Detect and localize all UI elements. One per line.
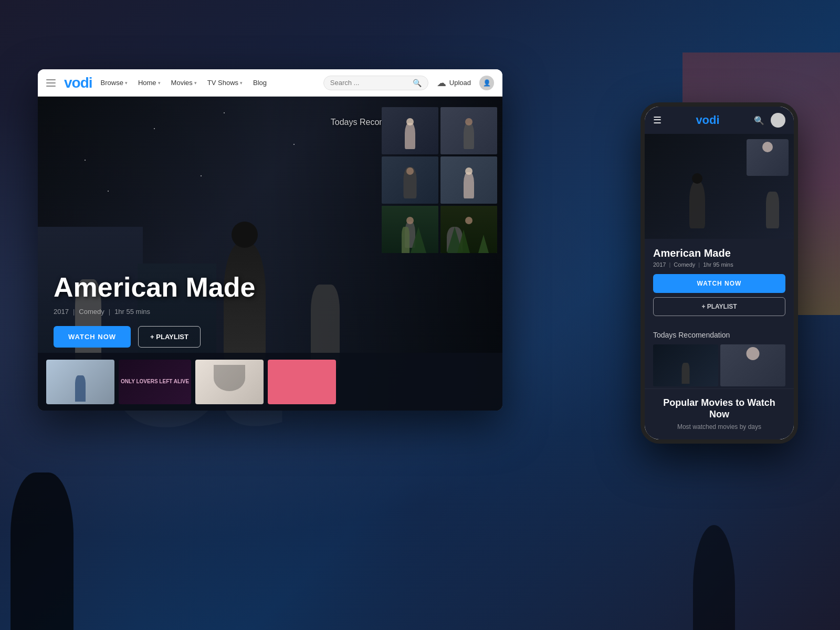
mobile-duration: 1hr 95 mins [703, 261, 733, 268]
main-content: Todays Recomendation [38, 97, 502, 411]
nav-home[interactable]: Home ▾ [138, 79, 161, 87]
mobile-rec-thumb-1[interactable] [653, 344, 718, 386]
mobile-recommendation-label: Todays Recomendation [653, 331, 785, 339]
mobile-search-icon[interactable]: 🔍 [754, 116, 764, 125]
watch-now-button[interactable]: WATCH NOW [54, 326, 131, 348]
mobile-movie-meta: 2017 | Comedy | 1hr 95 mins [653, 261, 785, 268]
hero-buttons: WATCH NOW + PLAYLIST [54, 326, 255, 348]
mobile-popular-section: Popular Movies to Watch Now Most watched… [645, 388, 794, 439]
movies-chevron-icon: ▾ [194, 80, 197, 86]
browse-chevron-icon: ▾ [125, 80, 128, 86]
mobile-hero [645, 134, 794, 239]
thumb-person-5 [382, 206, 438, 253]
mobile-genre: Comedy [674, 261, 695, 268]
mobile-hamburger-icon[interactable]: ☰ [653, 114, 662, 126]
playlist-button[interactable]: + PLAYLIST [138, 326, 201, 348]
thumb-4 [440, 156, 497, 204]
thumb-1 [382, 107, 438, 154]
mobile-popular-subtitle: Most watched movies by days [653, 423, 785, 430]
hero-title: American Made [54, 272, 255, 302]
nav-blog[interactable]: Blog [253, 79, 267, 87]
hero-duration: 1hr 55 mins [114, 308, 150, 316]
cloud-upload-icon: ☁ [437, 77, 446, 89]
thumbnail-grid [382, 107, 497, 253]
tvshows-chevron-icon: ▾ [240, 80, 243, 86]
nav-tvshows[interactable]: TV Shows ▾ [207, 79, 243, 87]
hero-overlay: American Made 2017 | Comedy | 1hr 55 min… [54, 272, 255, 348]
mobile-header: ☰ vodi 🔍 [645, 107, 794, 134]
strip-card-3[interactable] [195, 360, 264, 404]
user-avatar-button[interactable]: 👤 [479, 76, 494, 90]
mobile-brand-logo: vodi [696, 113, 719, 127]
home-chevron-icon: ▾ [158, 80, 161, 86]
upload-button[interactable]: ☁ Upload [437, 77, 471, 89]
desktop-mockup: vodi Browse ▾ Home ▾ Movies ▾ TV Shows ▾… [38, 69, 502, 411]
browser-navbar: vodi Browse ▾ Home ▾ Movies ▾ TV Shows ▾… [38, 69, 502, 97]
nav-items: Browse ▾ Home ▾ Movies ▾ TV Shows ▾ Blog [101, 79, 315, 87]
thumb-person-4 [440, 156, 497, 204]
thumb-person-3 [382, 156, 438, 204]
mobile-year: 2017 [653, 261, 666, 268]
hero-genre: Comedy [79, 308, 104, 316]
movie-strip: ONLY LOVERS LEFT ALIVE [38, 353, 502, 411]
bg-figure-2 [693, 525, 735, 630]
mobile-popular-title: Popular Movies to Watch Now [653, 397, 785, 420]
mobile-rec-thumb-2[interactable] [720, 344, 785, 386]
search-input[interactable] [330, 79, 408, 87]
hero-meta: 2017 | Comedy | 1hr 55 mins [54, 308, 255, 316]
mobile-hero-thumb [747, 139, 789, 176]
thumb-person-2 [440, 107, 497, 154]
mobile-movie-title: American Made [653, 247, 785, 259]
thumb-6 [440, 206, 497, 253]
mobile-user-avatar[interactable] [771, 113, 785, 128]
mobile-movie-info: American Made 2017 | Comedy | 1hr 95 min… [645, 239, 794, 324]
thumb-trees [440, 206, 497, 253]
search-bar[interactable]: 🔍 [323, 76, 428, 90]
mobile-figure-2 [766, 192, 779, 228]
mobile-recommendation-section: Todays Recomendation [645, 324, 794, 386]
mobile-playlist-button[interactable]: + PLAYLIST [653, 297, 785, 316]
mobile-header-actions: 🔍 [754, 113, 785, 128]
mobile-watch-now-button[interactable]: WATCH NOW [653, 274, 785, 293]
mobile-rec-thumbs [653, 344, 785, 386]
nav-browse[interactable]: Browse ▾ [101, 79, 128, 87]
brand-logo: vodi [64, 75, 92, 91]
strip-card-2[interactable]: ONLY LOVERS LEFT ALIVE [119, 360, 191, 404]
mobile-mockup: ☰ vodi 🔍 American Made 2017 | Comedy | [640, 102, 798, 444]
thumb-5 [382, 206, 438, 253]
strip-card-4[interactable] [268, 360, 336, 404]
mobile-figure-1 [689, 181, 705, 228]
mobile-inner: ☰ vodi 🔍 American Made 2017 | Comedy | [645, 107, 794, 439]
bg-figure-1 [10, 472, 74, 630]
nav-movies[interactable]: Movies ▾ [171, 79, 197, 87]
mobile-view-all-button[interactable]: VIEW ALL [698, 436, 740, 439]
thumb-2 [440, 107, 497, 154]
thumb-3 [382, 156, 438, 204]
hamburger-menu-icon[interactable] [46, 79, 56, 87]
thumb-person-1 [382, 107, 438, 154]
search-icon[interactable]: 🔍 [413, 79, 422, 87]
hero-year: 2017 [54, 308, 69, 316]
strip-card-2-text: ONLY LOVERS LEFT ALIVE [119, 376, 191, 387]
strip-card-1[interactable] [46, 360, 114, 404]
